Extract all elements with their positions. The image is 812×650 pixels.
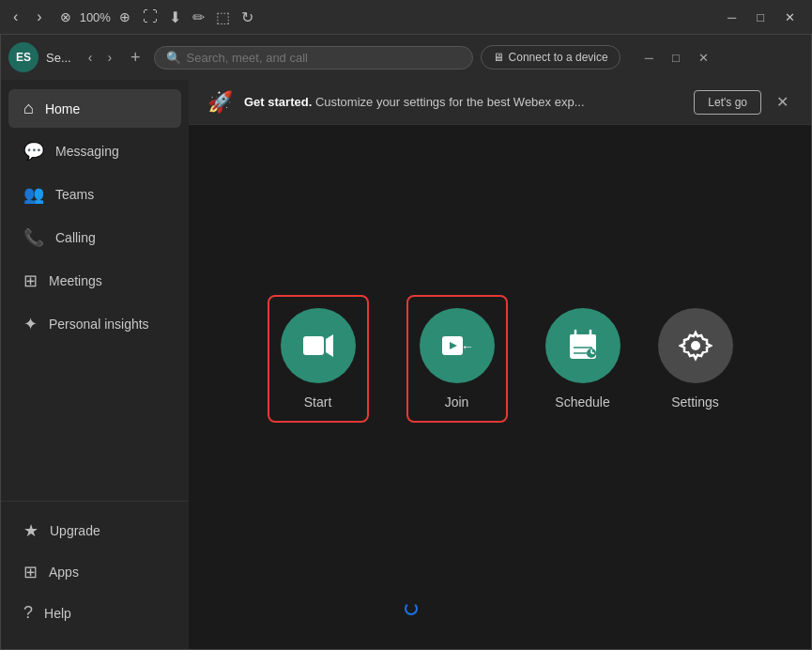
sidebar-item-personal-insights[interactable]: ✦ Personal insights bbox=[8, 304, 181, 344]
content-area: 🚀 Get started. Customize your settings f… bbox=[189, 80, 811, 649]
get-started-banner: 🚀 Get started. Customize your settings f… bbox=[189, 80, 811, 125]
sidebar-item-upgrade-label: Upgrade bbox=[50, 523, 100, 538]
app-nav-buttons: ‹ › bbox=[83, 47, 117, 68]
teams-icon: 👥 bbox=[23, 184, 44, 205]
schedule-icon bbox=[566, 329, 600, 363]
banner-prefix: Get started. bbox=[244, 95, 312, 109]
browser-window-controls: ─ □ ✕ bbox=[718, 7, 804, 28]
app-window-controls: ─ □ ✕ bbox=[636, 47, 718, 69]
browser-minimize-button[interactable]: ─ bbox=[718, 7, 745, 28]
add-tab-button[interactable]: + bbox=[125, 46, 146, 70]
join-action[interactable]: ← Join bbox=[406, 295, 508, 423]
toolbar-icons: ⛶ ⬇ ✏ ⬚ ↻ bbox=[143, 8, 253, 26]
spinner bbox=[405, 602, 418, 615]
sidebar-item-help-label: Help bbox=[44, 606, 71, 621]
schedule-action[interactable]: Schedule bbox=[545, 308, 620, 410]
settings-action[interactable]: Settings bbox=[658, 308, 733, 410]
download-icon[interactable]: ⬇ bbox=[169, 8, 181, 26]
back-button[interactable]: ‹ bbox=[8, 7, 23, 27]
svg-text:←: ← bbox=[461, 339, 474, 354]
sidebar-item-teams-label: Teams bbox=[55, 187, 94, 202]
start-circle bbox=[281, 308, 356, 383]
actions-area: Start ← Join bbox=[189, 125, 811, 593]
schedule-circle bbox=[545, 308, 620, 383]
app-back-button[interactable]: ‹ bbox=[83, 47, 99, 68]
upgrade-icon: ★ bbox=[23, 520, 38, 541]
monitor-icon: 🖥 bbox=[493, 51, 504, 64]
search-input[interactable] bbox=[187, 51, 461, 65]
browser-maximize-button[interactable]: □ bbox=[747, 7, 774, 28]
pen-icon[interactable]: ✏ bbox=[192, 8, 205, 26]
banner-close-button[interactable]: ✕ bbox=[773, 89, 792, 115]
sidebar-item-calling-label: Calling bbox=[55, 230, 96, 245]
sidebar-item-help[interactable]: ? Help bbox=[8, 594, 181, 632]
sidebar-item-upgrade[interactable]: ★ Upgrade bbox=[8, 511, 181, 550]
sidebar-item-teams[interactable]: 👥 Teams bbox=[8, 175, 181, 214]
app-window: ES Se... ‹ › + 🔍 🖥 Connect to a device ─… bbox=[0, 34, 812, 650]
start-label: Start bbox=[304, 395, 332, 410]
cursor-area bbox=[189, 593, 811, 649]
app-maximize-button[interactable]: □ bbox=[663, 47, 689, 69]
sidebar-bottom: ★ Upgrade ⊞ Apps ? Help bbox=[1, 501, 189, 642]
sidebar-item-apps[interactable]: ⊞ Apps bbox=[8, 552, 181, 592]
rocket-icon: 🚀 bbox=[207, 90, 233, 115]
svg-marker-1 bbox=[326, 334, 333, 357]
join-icon: ← bbox=[440, 329, 474, 363]
svg-rect-0 bbox=[303, 336, 324, 355]
schedule-label: Schedule bbox=[555, 395, 609, 410]
search-bar[interactable]: 🔍 bbox=[154, 46, 473, 70]
app-title-bar: ES Se... ‹ › + 🔍 🖥 Connect to a device ─… bbox=[1, 35, 811, 80]
app-forward-button[interactable]: › bbox=[101, 47, 117, 68]
app-close-button[interactable]: ✕ bbox=[689, 47, 718, 69]
sidebar-item-meetings[interactable]: ⊞ Meetings bbox=[8, 261, 181, 301]
rotate-icon[interactable]: ↻ bbox=[241, 8, 253, 26]
sidebar-item-meetings-label: Meetings bbox=[49, 273, 102, 288]
forward-button[interactable]: › bbox=[31, 7, 47, 27]
svg-point-14 bbox=[691, 341, 700, 350]
home-icon: ⌂ bbox=[23, 99, 34, 118]
search-icon: 🔍 bbox=[166, 51, 181, 65]
browser-close-button[interactable]: ✕ bbox=[775, 7, 804, 28]
title-bar-left: ‹ › ⊗ 100% ⊕ ⛶ ⬇ ✏ ⬚ ↻ bbox=[8, 7, 253, 27]
personal-insights-icon: ✦ bbox=[23, 314, 38, 334]
start-action[interactable]: Start bbox=[268, 295, 369, 423]
settings-gear-icon bbox=[679, 329, 712, 363]
zoom-controls: ⊗ 100% ⊕ bbox=[55, 8, 135, 26]
banner-text: Get started. Customize your settings for… bbox=[244, 95, 682, 109]
sidebar-item-messaging[interactable]: 💬 Messaging bbox=[8, 132, 181, 171]
sidebar-item-calling[interactable]: 📞 Calling bbox=[8, 218, 181, 257]
capture-icon[interactable]: ⬚ bbox=[216, 8, 230, 26]
main-area: ⌂ Home 💬 Messaging 👥 Teams 📞 Calling ⊞ M… bbox=[1, 80, 811, 649]
meetings-icon: ⊞ bbox=[23, 271, 38, 291]
svg-rect-6 bbox=[570, 334, 596, 342]
zoom-in-button[interactable]: ⊕ bbox=[115, 8, 135, 26]
fit-icon[interactable]: ⛶ bbox=[143, 8, 158, 25]
sidebar: ⌂ Home 💬 Messaging 👥 Teams 📞 Calling ⊞ M… bbox=[1, 80, 189, 649]
loading-cursor bbox=[405, 602, 418, 615]
app-minimize-button[interactable]: ─ bbox=[636, 47, 663, 69]
connect-to-device-button[interactable]: 🖥 Connect to a device bbox=[481, 45, 620, 70]
messaging-icon: 💬 bbox=[23, 141, 44, 162]
lets-go-button[interactable]: Let's go bbox=[694, 90, 761, 115]
sidebar-item-personal-insights-label: Personal insights bbox=[49, 317, 149, 332]
apps-icon: ⊞ bbox=[23, 562, 38, 582]
sidebar-item-messaging-label: Messaging bbox=[55, 144, 119, 159]
avatar[interactable]: ES bbox=[8, 42, 38, 72]
start-video-icon bbox=[301, 329, 335, 363]
help-icon: ? bbox=[23, 603, 33, 623]
browser-title-bar: ‹ › ⊗ 100% ⊕ ⛶ ⬇ ✏ ⬚ ↻ ─ □ ✕ bbox=[0, 0, 812, 34]
sidebar-item-home[interactable]: ⌂ Home bbox=[8, 89, 181, 128]
settings-circle bbox=[658, 308, 733, 383]
zoom-out-button[interactable]: ⊗ bbox=[55, 8, 76, 26]
zoom-level: 100% bbox=[80, 10, 111, 24]
join-label: Join bbox=[445, 395, 469, 410]
calling-icon: 📞 bbox=[23, 227, 44, 248]
banner-description: Customize your settings for the best Web… bbox=[315, 95, 585, 109]
join-circle: ← bbox=[420, 308, 495, 383]
sidebar-item-home-label: Home bbox=[45, 101, 80, 116]
sidebar-item-apps-label: Apps bbox=[49, 565, 79, 580]
settings-label: Settings bbox=[671, 395, 719, 410]
app-title-name: Se... bbox=[46, 51, 71, 65]
